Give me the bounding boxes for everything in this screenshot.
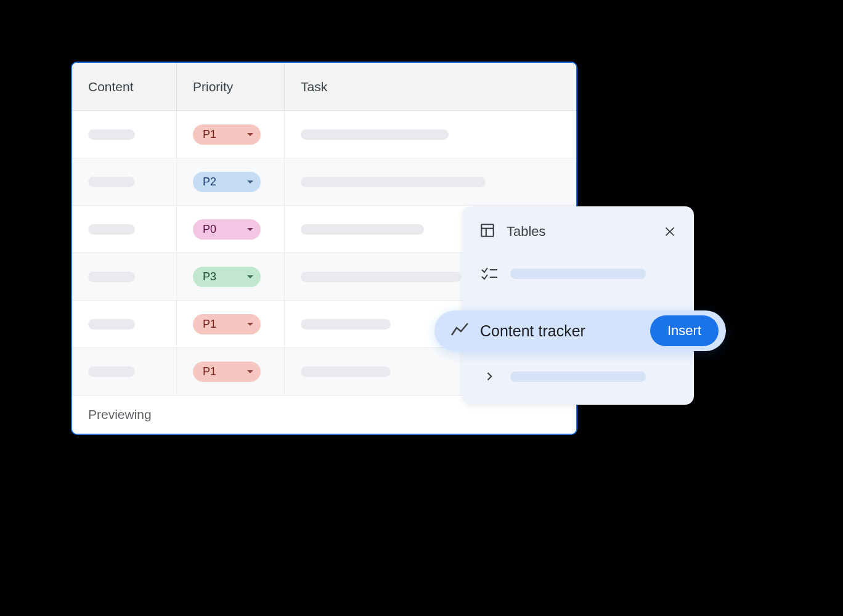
task-placeholder (301, 272, 461, 282)
table-row[interactable]: P1 (72, 111, 576, 158)
cell-content[interactable] (72, 206, 177, 253)
priority-label: P1 (203, 318, 216, 331)
cell-content[interactable] (72, 158, 177, 205)
col-header-priority[interactable]: Priority (177, 63, 285, 111)
priority-chip[interactable]: P1 (193, 124, 261, 145)
panel-title: Tables (507, 224, 546, 240)
cell-priority[interactable]: P0 (177, 206, 285, 253)
chevron-right-icon (481, 370, 498, 383)
priority-label: P1 (203, 365, 216, 378)
content-placeholder (88, 272, 135, 282)
close-icon[interactable] (663, 225, 677, 238)
table-row[interactable]: P2 (72, 158, 576, 206)
priority-chip[interactable]: P0 (193, 219, 261, 240)
chevron-down-icon (247, 323, 253, 326)
priority-label: P1 (203, 128, 216, 141)
panel-item-label-placeholder (510, 371, 646, 382)
insert-button[interactable]: Insert (650, 315, 719, 346)
tables-insert-panel: Tables (462, 206, 694, 405)
cell-priority[interactable]: P1 (177, 111, 285, 158)
svg-rect-0 (481, 224, 494, 237)
cell-content[interactable] (72, 348, 177, 395)
table-header-row: Content Priority Task (72, 63, 576, 111)
content-placeholder (88, 224, 135, 235)
cell-task[interactable] (285, 158, 576, 205)
cell-content[interactable] (72, 253, 177, 300)
cell-priority[interactable]: P3 (177, 253, 285, 300)
task-placeholder (301, 177, 486, 187)
chevron-down-icon (247, 370, 253, 373)
panel-item-label-placeholder (510, 269, 646, 279)
panel-item-content-tracker-selected[interactable]: Content tracker Insert (434, 310, 726, 351)
content-placeholder (88, 177, 135, 187)
task-placeholder (301, 367, 391, 377)
task-placeholder (301, 224, 424, 235)
checklist-icon (481, 267, 498, 280)
line-chart-icon (450, 322, 469, 340)
priority-chip[interactable]: P1 (193, 362, 261, 382)
cell-content[interactable] (72, 111, 177, 158)
cell-content[interactable] (72, 301, 177, 347)
priority-label: P0 (203, 223, 216, 236)
content-placeholder (88, 367, 135, 377)
table-icon (479, 222, 495, 241)
chevron-down-icon (247, 228, 253, 231)
panel-item-checklist[interactable] (476, 258, 680, 289)
priority-chip[interactable]: P1 (193, 314, 261, 334)
chevron-down-icon (247, 133, 253, 136)
panel-item-more[interactable] (476, 362, 680, 391)
selected-template-label: Content tracker (480, 322, 585, 340)
col-header-task[interactable]: Task (285, 63, 576, 111)
col-header-content[interactable]: Content (72, 63, 177, 111)
priority-label: P2 (203, 176, 216, 188)
task-placeholder (301, 129, 449, 140)
task-placeholder (301, 319, 391, 330)
cell-priority[interactable]: P2 (177, 158, 285, 205)
drop-shadow (71, 442, 577, 451)
priority-chip[interactable]: P2 (193, 172, 261, 192)
cell-priority[interactable]: P1 (177, 348, 285, 395)
cell-priority[interactable]: P1 (177, 301, 285, 347)
cell-task[interactable] (285, 111, 576, 158)
content-placeholder (88, 319, 135, 330)
priority-label: P3 (203, 270, 216, 283)
content-placeholder (88, 129, 135, 140)
chevron-down-icon (247, 275, 253, 278)
priority-chip[interactable]: P3 (193, 267, 261, 287)
chevron-down-icon (247, 180, 253, 184)
